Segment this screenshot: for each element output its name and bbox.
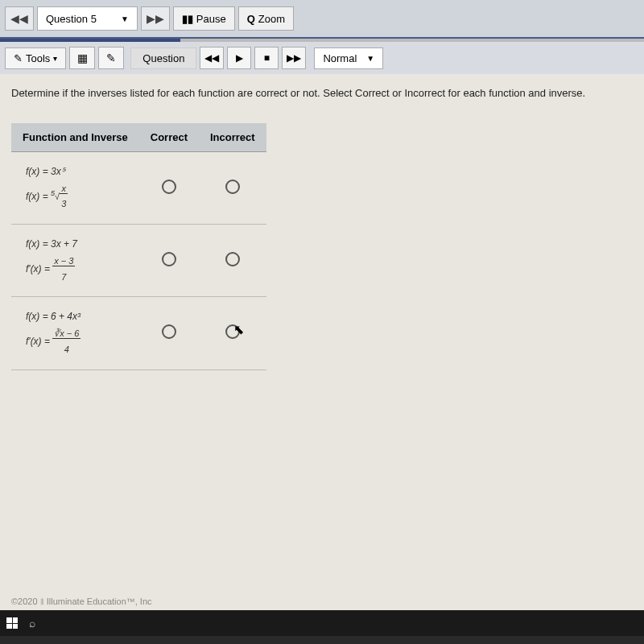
question-number: Question 5 xyxy=(46,13,97,25)
windows-start-button[interactable] xyxy=(6,617,18,629)
row1-correct-radio[interactable] xyxy=(162,180,176,194)
search-icon[interactable]: ⌕ xyxy=(29,617,35,630)
wrench-icon: ✎ xyxy=(14,52,23,64)
notes-button[interactable]: ✎ xyxy=(98,47,124,69)
prev-question-button[interactable]: ◀◀ xyxy=(5,6,34,31)
function-inverse: f'(x) = x − 37 xyxy=(26,254,115,286)
function-cell: f(x) = 3x⁵ f(x) = 5√x3 xyxy=(11,152,139,225)
taskbar: ⌕ xyxy=(0,610,644,636)
question-selector[interactable]: Question 5 ▼ xyxy=(37,6,138,31)
top-toolbar: ◀◀ Question 5 ▼ ▶▶ ▮▮ Pause Q Zoom xyxy=(0,0,644,39)
pause-label: Pause xyxy=(196,13,226,25)
question-section-label: Question xyxy=(130,47,196,69)
progress-bar xyxy=(0,39,644,42)
copyright-footer: ©2020 ⦀ Illuminate Education™, Inc xyxy=(11,597,152,607)
row3-incorrect-radio[interactable] xyxy=(225,324,240,339)
function-inverse: f'(x) = ∛x − 64 xyxy=(26,326,115,358)
question-text: Determine if the inverses listed for eac… xyxy=(11,87,633,99)
zoom-button[interactable]: Q Zoom xyxy=(238,6,294,31)
table-row: f(x) = 3x + 7 f'(x) = x − 37 xyxy=(11,225,266,297)
header-incorrect: Incorrect xyxy=(199,123,266,152)
speed-selector[interactable]: Normal ▼ xyxy=(314,47,383,69)
calculator-button[interactable]: ▦ xyxy=(69,47,95,69)
speed-label: Normal xyxy=(323,52,357,64)
content-area: Determine if the inverses listed for eac… xyxy=(0,74,644,383)
tools-button[interactable]: ✎ Tools ▾ xyxy=(5,47,66,69)
tools-caret-icon: ▾ xyxy=(53,54,57,63)
answer-table: Function and Inverse Correct Incorrect f… xyxy=(11,123,266,370)
tools-label: Tools xyxy=(26,52,50,64)
row3-correct-radio[interactable] xyxy=(162,324,176,339)
chevron-down-icon: ▼ xyxy=(121,14,129,23)
header-function: Function and Inverse xyxy=(11,123,139,152)
notes-icon: ✎ xyxy=(106,52,116,64)
function-inverse: f(x) = 5√x3 xyxy=(26,181,115,213)
function-f: f(x) = 6 + 4x³ xyxy=(26,308,115,326)
next-question-button[interactable]: ▶▶ xyxy=(141,6,170,31)
zoom-label: Zoom xyxy=(258,13,285,25)
header-correct: Correct xyxy=(139,123,199,152)
progress-fill xyxy=(0,39,180,42)
play-button[interactable]: ▶ xyxy=(227,47,251,69)
row2-correct-radio[interactable] xyxy=(162,252,176,266)
function-cell: f(x) = 3x + 7 f'(x) = x − 37 xyxy=(11,225,139,297)
table-row: f(x) = 6 + 4x³ f'(x) = ∛x − 64 xyxy=(11,297,266,369)
row2-incorrect-radio[interactable] xyxy=(225,252,240,266)
forward-button[interactable]: ▶▶ xyxy=(282,47,306,69)
second-toolbar: ✎ Tools ▾ ▦ ✎ Question ◀◀ ▶ ■ ▶▶ Normal … xyxy=(0,42,644,74)
function-cell: f(x) = 6 + 4x³ f'(x) = ∛x − 64 xyxy=(11,297,139,369)
row1-incorrect-radio[interactable] xyxy=(225,180,240,194)
function-f: f(x) = 3x⁵ xyxy=(26,163,115,181)
pause-icon: ▮▮ xyxy=(182,13,193,25)
stop-button[interactable]: ■ xyxy=(254,47,279,69)
calculator-icon: ▦ xyxy=(77,52,88,64)
function-f: f(x) = 3x + 7 xyxy=(26,236,115,254)
table-row: f(x) = 3x⁵ f(x) = 5√x3 xyxy=(11,152,266,225)
pause-button[interactable]: ▮▮ Pause xyxy=(173,6,235,31)
rewind-button[interactable]: ◀◀ xyxy=(200,47,224,69)
speed-caret-icon: ▼ xyxy=(366,54,374,63)
zoom-icon: Q xyxy=(247,13,255,25)
